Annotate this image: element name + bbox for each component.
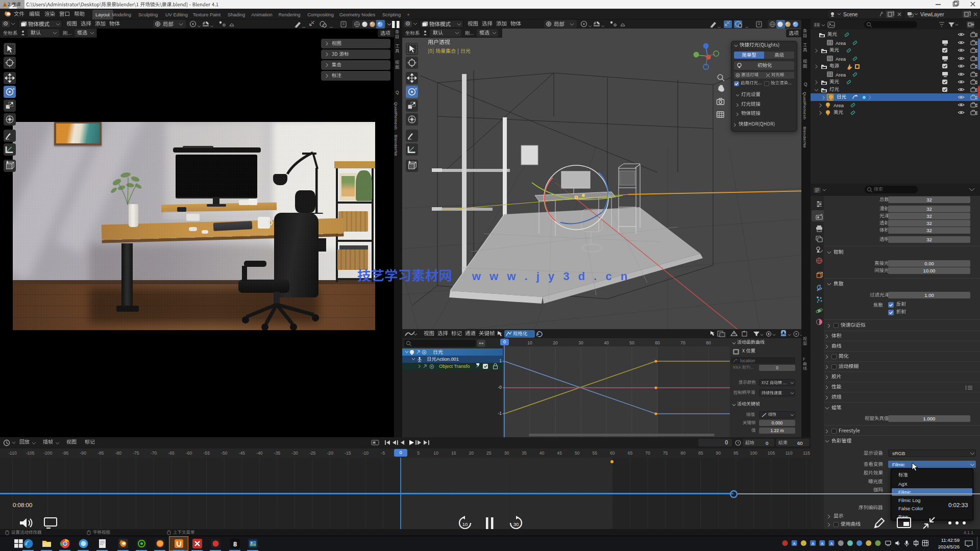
svg-text:10: 10 [462, 521, 468, 527]
svg-text:A: A [812, 542, 814, 545]
svg-text:8: 8 [233, 540, 237, 548]
svg-text:A: A [793, 542, 796, 545]
svg-text:30: 30 [513, 521, 519, 527]
svg-text:A: A [821, 542, 823, 545]
svg-text:A: A [830, 542, 833, 545]
